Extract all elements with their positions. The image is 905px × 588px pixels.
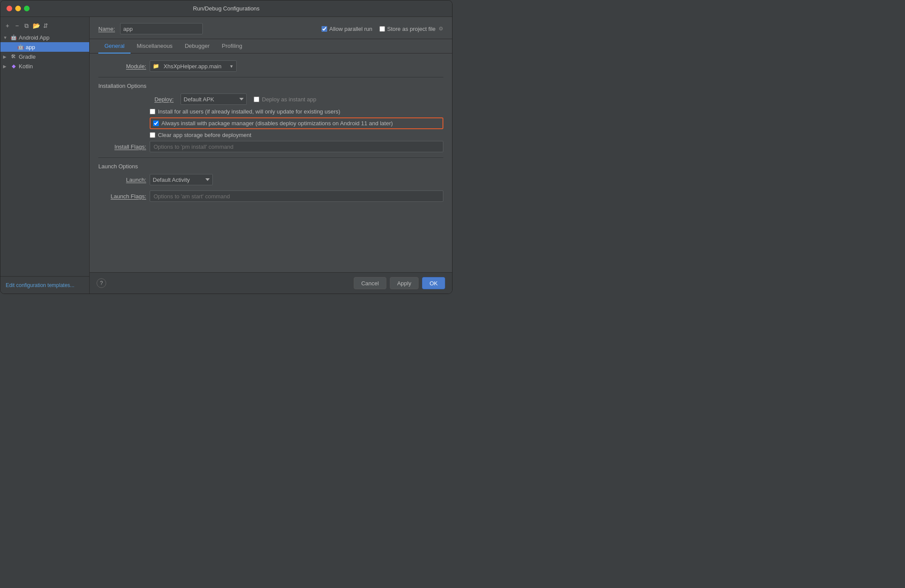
- install-all-users-row: Install for all users (if already instal…: [150, 108, 443, 115]
- module-row: Module: 📁 XhsXpHelper.app.main ▼: [98, 60, 443, 72]
- apply-button[interactable]: Apply: [390, 277, 419, 289]
- sidebar-item-kotlin[interactable]: ▶ ◆ Kotlin: [0, 61, 89, 71]
- add-config-icon[interactable]: +: [4, 22, 11, 29]
- instant-app-row: Deploy as instant app: [254, 96, 316, 103]
- module-arrow-icon: ▼: [229, 64, 234, 69]
- folder-config-icon[interactable]: 📂: [33, 22, 40, 29]
- minimize-button[interactable]: [15, 6, 21, 11]
- clear-app-storage-checkbox[interactable]: [150, 132, 155, 138]
- main-content: + − ⧉ 📂 ⇵ ▼ 🤖 Android App 🤖 app ▶ 🛠 Grad…: [0, 17, 452, 294]
- sidebar-item-android-app[interactable]: ▼ 🤖 Android App: [0, 33, 89, 42]
- kotlin-icon: ◆: [10, 63, 17, 70]
- sidebar-item-app[interactable]: 🤖 app: [0, 42, 89, 52]
- android-app-icon: 🤖: [10, 34, 17, 41]
- launch-dropdown[interactable]: Default Activity Nothing Specified Activ…: [150, 174, 213, 185]
- gradle-label: Gradle: [19, 53, 36, 60]
- window-controls: [7, 6, 30, 11]
- module-folder-icon: 📁: [153, 63, 159, 69]
- deploy-dropdown[interactable]: Default APK APK from app bundle Nothing: [181, 94, 247, 105]
- store-as-project-file-label[interactable]: Store as project file ⚙: [379, 26, 443, 32]
- clear-app-storage-label: Clear app storage before deployment: [158, 132, 251, 138]
- clear-app-storage-row: Clear app storage before deployment: [150, 132, 443, 138]
- launch-flags-label: Launch Flags:: [98, 193, 146, 200]
- divider-1: [98, 77, 443, 77]
- launch-flags-row: Launch Flags:: [98, 190, 443, 202]
- kotlin-label: Kotlin: [19, 63, 33, 70]
- install-flags-label: Install Flags:: [98, 144, 146, 150]
- title-bar: Run/Debug Configurations: [0, 0, 452, 17]
- ok-button[interactable]: OK: [422, 277, 445, 289]
- launch-row: Launch: Default Activity Nothing Specifi…: [98, 174, 443, 185]
- android-app-label: Android App: [19, 34, 50, 41]
- store-as-project-file-checkbox[interactable]: [379, 26, 385, 32]
- install-all-users-label: Install for all users (if already instal…: [158, 108, 340, 115]
- gear-icon[interactable]: ⚙: [439, 26, 443, 32]
- divider-2: [98, 157, 443, 158]
- always-install-pm-label: Always install with package manager (dis…: [161, 120, 393, 127]
- gradle-icon: 🛠: [10, 53, 17, 60]
- sidebar-toolbar: + − ⧉ 📂 ⇵: [0, 20, 89, 31]
- sidebar-bottom: Edit configuration templates...: [0, 276, 89, 294]
- tabs-bar: General Miscellaneous Debugger Profiling: [90, 39, 452, 53]
- copy-config-icon[interactable]: ⧉: [23, 22, 30, 29]
- edit-templates-link[interactable]: Edit configuration templates...: [6, 282, 74, 288]
- right-panel: Name: Allow parallel run Store as projec…: [90, 17, 452, 294]
- maximize-button[interactable]: [24, 6, 30, 11]
- deploy-instant-app-checkbox[interactable]: [254, 97, 259, 102]
- app-label: app: [26, 44, 35, 50]
- deploy-row: Deploy: Default APK APK from app bundle …: [150, 94, 443, 105]
- tab-general[interactable]: General: [98, 39, 131, 53]
- remove-config-icon[interactable]: −: [13, 22, 20, 29]
- launch-flags-input[interactable]: [150, 190, 443, 202]
- sidebar: + − ⧉ 📂 ⇵ ▼ 🤖 Android App 🤖 app ▶ 🛠 Grad…: [0, 17, 90, 294]
- tab-miscellaneous[interactable]: Miscellaneous: [131, 39, 178, 53]
- always-install-pm-row: Always install with package manager (dis…: [150, 117, 443, 129]
- name-input[interactable]: [120, 23, 203, 34]
- installation-options-title: Installation Options: [98, 83, 443, 89]
- panel-content: Module: 📁 XhsXpHelper.app.main ▼ Install…: [90, 53, 452, 272]
- allow-parallel-run-checkbox[interactable]: [322, 26, 327, 32]
- deploy-label: Deploy:: [150, 96, 174, 103]
- sidebar-item-gradle[interactable]: ▶ 🛠 Gradle: [0, 52, 89, 61]
- install-flags-input[interactable]: [150, 141, 443, 152]
- module-label: Module:: [98, 63, 146, 70]
- tree-arrow-gradle: ▶: [3, 54, 8, 59]
- module-value: XhsXpHelper.app.main: [164, 63, 221, 70]
- cancel-button[interactable]: Cancel: [354, 277, 386, 289]
- tab-debugger[interactable]: Debugger: [179, 39, 216, 53]
- tab-profiling[interactable]: Profiling: [216, 39, 248, 53]
- sort-config-icon[interactable]: ⇵: [42, 22, 49, 29]
- launch-options-title: Launch Options: [98, 163, 443, 170]
- tree-arrow-android-app: ▼: [3, 35, 8, 40]
- deploy-instant-app-label: Deploy as instant app: [262, 96, 316, 103]
- header-options: Allow parallel run Store as project file…: [322, 26, 443, 32]
- install-flags-row: Install Flags:: [98, 141, 443, 152]
- always-install-pm-checkbox[interactable]: [153, 120, 159, 126]
- bottom-bar: ? Cancel Apply OK: [90, 272, 452, 294]
- name-label: Name:: [98, 26, 115, 32]
- module-dropdown[interactable]: 📁 XhsXpHelper.app.main ▼: [150, 60, 237, 72]
- config-header: Name: Allow parallel run Store as projec…: [90, 17, 452, 39]
- app-icon: 🤖: [17, 43, 24, 50]
- tree-arrow-kotlin: ▶: [3, 64, 8, 69]
- help-icon[interactable]: ?: [97, 278, 106, 288]
- allow-parallel-run-label[interactable]: Allow parallel run: [322, 26, 372, 32]
- close-button[interactable]: [7, 6, 12, 11]
- launch-label: Launch:: [98, 177, 146, 183]
- install-all-users-checkbox[interactable]: [150, 109, 155, 114]
- dialog-title: Run/Debug Configurations: [193, 5, 259, 12]
